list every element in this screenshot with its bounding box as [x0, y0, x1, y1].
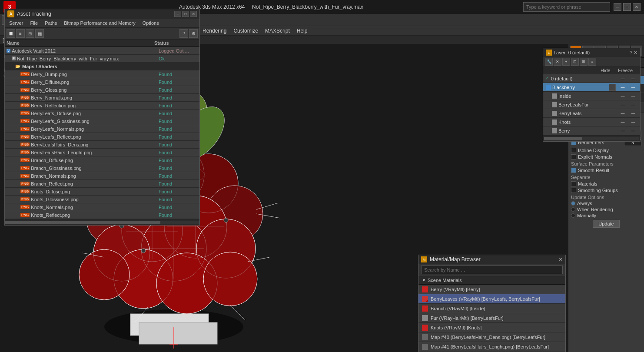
asset-menu-server[interactable]: Server [6, 20, 27, 27]
asset-row-maps[interactable]: 📂 Maps / Shaders [5, 63, 199, 70]
asset-menu-options[interactable]: Options [139, 20, 163, 27]
layer-highlight-button[interactable]: ⊞ [580, 58, 588, 66]
asset-row-berry-gloss[interactable]: PNG Berry_Gloss.png Found [5, 86, 199, 94]
asset-col-headers: Name Status [5, 40, 199, 47]
png-badge-17: PNG [20, 205, 30, 209]
asset-status-berry-gloss: Found [159, 87, 198, 93]
layer-row-inside[interactable]: Inside — — [543, 92, 640, 100]
menu-item-rendering[interactable]: Rendering [199, 27, 230, 35]
smoothing-groups-checkbox[interactable] [571, 188, 576, 193]
mat-name-branch: Branch (VRayMtl) [Inside] [431, 306, 485, 311]
layers-help-button[interactable]: ? [630, 50, 632, 56]
asset-status-knots-gloss: Found [159, 197, 198, 202]
knots-icon [552, 120, 557, 125]
scene-materials-header[interactable]: ▼ Scene Materials [418, 276, 565, 285]
mat-row-berry[interactable]: Berry (VRayMtl) [Berry] [418, 285, 565, 294]
always-label: Always [577, 201, 592, 206]
asset-minimize-button[interactable]: ─ [174, 11, 181, 17]
when-rendering-radio[interactable] [571, 207, 575, 212]
asset-status-berry-diffuse: Found [159, 80, 198, 85]
layer-knots-name: Knots [558, 120, 617, 125]
mat-row-fur[interactable]: Fur (VRayHairMtl) [BerryLeafsFur] [418, 313, 565, 323]
always-radio[interactable] [571, 201, 575, 206]
isoline-checkbox[interactable] [571, 148, 576, 153]
mat-name-map41: Map #41 (BerryLeafsHairs_Lenght.png) [Be… [431, 344, 549, 349]
asset-row-branch-normals[interactable]: PNG Branch_Normals.png Found [5, 172, 199, 180]
layers-scrollbar[interactable] [543, 135, 640, 141]
layer-delete-button[interactable]: ✕ [554, 58, 561, 66]
asset-row-maxfile[interactable]: F Not_Ripe_Berry_Blackberry_with_Fur_vra… [5, 55, 199, 63]
asset-tool-3[interactable]: ⊞ [26, 29, 34, 38]
layer-knots-vis: — [617, 120, 628, 124]
menu-item-help[interactable]: Help [293, 27, 311, 35]
asset-menu-bitmap[interactable]: Bitmap Performance and Memory [60, 20, 139, 27]
material-search-input[interactable] [421, 266, 563, 274]
asset-menu-paths[interactable]: Paths [41, 20, 60, 27]
mat-row-branch[interactable]: Branch (VRayMtl) [Inside] [418, 304, 565, 313]
asset-status-branch-reflect: Found [159, 181, 198, 186]
close-button[interactable]: ✕ [633, 3, 641, 11]
berry-icon [552, 128, 557, 133]
mat-row-map40[interactable]: Map #40 (BerryLeafsHairs_Dens.png) [Berr… [418, 332, 565, 342]
asset-tool-settings[interactable]: ⚙ [189, 29, 198, 38]
layer-row-blackberry[interactable]: Blackberry — — [543, 83, 640, 92]
layer-row-berryleafsfur[interactable]: BerryLeafsFur — — [543, 100, 640, 109]
asset-maximize-button[interactable]: □ [182, 11, 189, 17]
layer-add-selection-button[interactable]: + [562, 58, 570, 66]
mat-row-knots[interactable]: Knots (VRayMtl) [Knots] [418, 323, 565, 332]
asset-menu-file[interactable]: File [27, 20, 41, 27]
vault-badge: V [7, 49, 10, 53]
asset-row-bleafs-diffuse[interactable]: PNG BerryLeafs_Diffuse.png Found [5, 110, 199, 117]
layer-select-button[interactable]: ⊡ [571, 58, 579, 66]
layer-new-button[interactable]: 🔧 [545, 58, 553, 66]
asset-row-berry-bump[interactable]: PNG Berry_Bump.png Found [5, 70, 199, 78]
asset-row-branch-gloss[interactable]: PNG Branch_Glossiness.png Found [5, 164, 199, 172]
asset-row-bleafshairs-lenght[interactable]: PNG BerryLeafsHairs_Lenght.png Found [5, 149, 199, 156]
asset-tool-1[interactable]: 🔲 [7, 29, 15, 38]
explicit-normals-checkbox[interactable] [571, 154, 576, 159]
window-controls: ─ □ ✕ [614, 3, 641, 11]
asset-row-branch-reflect[interactable]: PNG Branch_Reflect.png Found [5, 180, 199, 188]
asset-status-maxfile: Ok [159, 56, 198, 61]
asset-row-vault[interactable]: V Autodesk Vault 2012 Logged Out ... [5, 47, 199, 55]
scene-materials-arrow: ▼ [422, 278, 426, 282]
restore-button[interactable]: □ [623, 3, 631, 11]
mat-row-map41[interactable]: Map #41 (BerryLeafsHairs_Lenght.png) [Be… [418, 342, 565, 352]
update-button[interactable]: Update [593, 220, 619, 228]
asset-row-berry-reflection[interactable]: PNG Berry_Reflection.png Found [5, 102, 199, 110]
asset-row-branch-diffuse[interactable]: PNG Branch_Diffuse.png Found [5, 156, 199, 164]
layer-row-berryleafs[interactable]: BerryLeafs — — [543, 109, 640, 118]
smooth-result-checkbox[interactable] [571, 168, 576, 173]
menu-item-customize[interactable]: Customize [230, 27, 262, 35]
menu-item-maxscript[interactable]: MAXScript [262, 27, 293, 35]
mat-name-knots: Knots (VRayMtl) [Knots] [431, 325, 481, 330]
asset-row-berry-normals[interactable]: PNG Berry_Normals.png Found [5, 94, 199, 102]
layer-row-0default[interactable]: ✓ 0 (default) — — [543, 74, 640, 83]
asset-status-vault: Logged Out ... [159, 48, 198, 53]
asset-row-berry-diffuse[interactable]: PNG Berry_Diffuse.png Found [5, 78, 199, 86]
asset-close-button[interactable]: ✕ [190, 11, 197, 17]
asset-tool-help[interactable]: ? [179, 29, 188, 38]
layer-row-knots[interactable]: Knots — — [543, 118, 640, 126]
asset-row-bleafs-gloss[interactable]: PNG BerryLeafs_Glossiness.png Found [5, 117, 199, 125]
asset-row-bleafshairs-dens[interactable]: PNG BerryLeafsHairs_Dens.png Found [5, 141, 199, 149]
layers-close-button[interactable]: ✕ [634, 50, 637, 56]
materials-checkbox[interactable] [571, 181, 576, 186]
layer-row-berry[interactable]: Berry — — [543, 126, 640, 135]
asset-row-knots-diffuse[interactable]: PNG Knots_Diffuse.png Found [5, 188, 199, 196]
asset-tool-4[interactable]: ▦ [35, 29, 44, 38]
asset-name-maps: Maps / Shaders [22, 64, 159, 69]
material-browser-close-button[interactable]: ✕ [558, 256, 563, 262]
asset-row-knots-gloss[interactable]: PNG Knots_Glossiness.png Found [5, 196, 199, 203]
mat-row-berryleaves[interactable]: BerryLeaves (VRayMtl) [BerryLeafs, Berry… [418, 294, 565, 304]
asset-row-knots-reflect[interactable]: PNG Knots_Reflect.png Found [5, 211, 199, 219]
minimize-button[interactable]: ─ [614, 3, 621, 11]
asset-scrollbar-horizontal[interactable] [5, 219, 199, 225]
asset-row-bleafs-reflect[interactable]: PNG BerryLeafs_Reflect.png Found [5, 133, 199, 141]
manually-radio[interactable] [571, 213, 575, 218]
search-input[interactable] [523, 2, 610, 12]
asset-tool-2[interactable]: ≡ [16, 29, 25, 38]
asset-row-bleafs-normals[interactable]: PNG BerryLeafs_Normals.png Found [5, 125, 199, 133]
asset-row-knots-normals[interactable]: PNG Knots_Normals.png Found [5, 203, 199, 211]
layer-list-button[interactable]: ≡ [588, 58, 596, 66]
